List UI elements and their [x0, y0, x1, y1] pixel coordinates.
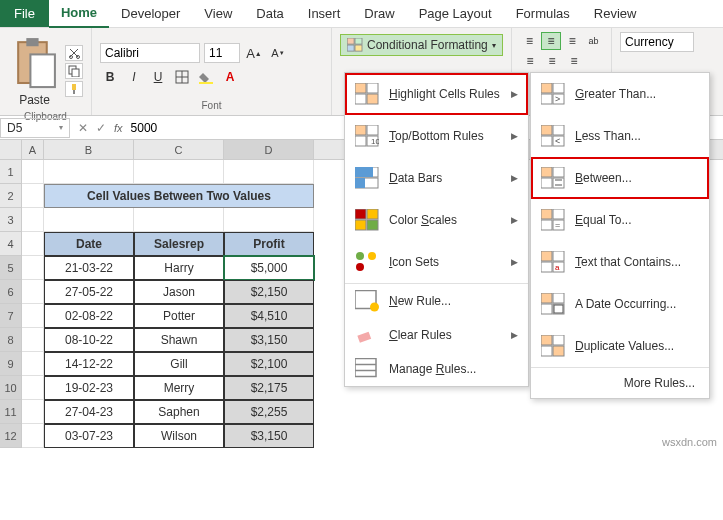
table-cell[interactable]: 14-12-22	[44, 352, 134, 376]
menu-highlight-cells-rules[interactable]: Highlight Cells Rules ▶	[345, 73, 528, 115]
row-header[interactable]: 12	[0, 424, 22, 448]
wrap-text-button[interactable]: ab	[584, 32, 603, 50]
align-center-button[interactable]: ≡	[542, 52, 562, 70]
table-cell[interactable]: 27-04-23	[44, 400, 134, 424]
select-all-corner[interactable]	[0, 140, 22, 159]
format-painter-button[interactable]	[65, 81, 83, 97]
table-cell[interactable]: $3,150	[224, 328, 314, 352]
copy-button[interactable]	[65, 63, 83, 79]
underline-button[interactable]: U	[148, 67, 168, 87]
cancel-icon[interactable]: ✕	[78, 121, 88, 135]
row-header[interactable]: 10	[0, 376, 22, 400]
align-bottom-button[interactable]: ≡	[563, 32, 582, 50]
tab-data[interactable]: Data	[244, 0, 295, 27]
col-header-d[interactable]: D	[224, 140, 314, 159]
cell[interactable]	[22, 328, 44, 352]
cell[interactable]	[22, 184, 44, 208]
number-format-select[interactable]	[620, 32, 694, 52]
table-cell[interactable]: Harry	[134, 256, 224, 280]
row-header[interactable]: 6	[0, 280, 22, 304]
cell[interactable]	[44, 160, 134, 184]
menu-data-bars[interactable]: Data Bars ▶	[345, 157, 528, 199]
cell[interactable]	[134, 208, 224, 232]
table-cell[interactable]: $5,000	[224, 256, 314, 280]
table-cell[interactable]: Gill	[134, 352, 224, 376]
menu-between[interactable]: Between...	[531, 157, 709, 199]
tab-draw[interactable]: Draw	[352, 0, 406, 27]
table-cell[interactable]: $4,510	[224, 304, 314, 328]
conditional-formatting-button[interactable]: Conditional Formatting ▾	[340, 34, 503, 56]
align-left-button[interactable]: ≡	[520, 52, 540, 70]
font-color-button[interactable]: A	[220, 67, 240, 87]
align-top-button[interactable]: ≡	[520, 32, 539, 50]
row-header[interactable]: 7	[0, 304, 22, 328]
paste-button[interactable]: Paste	[8, 32, 61, 109]
table-cell[interactable]: $2,150	[224, 280, 314, 304]
cell[interactable]	[22, 160, 44, 184]
menu-greater-than[interactable]: > Greater Than...	[531, 73, 709, 115]
table-cell[interactable]: $2,100	[224, 352, 314, 376]
table-cell[interactable]: $2,175	[224, 376, 314, 400]
fx-button[interactable]: fx	[114, 122, 123, 134]
cell[interactable]	[22, 256, 44, 280]
table-cell[interactable]: 27-05-22	[44, 280, 134, 304]
cell[interactable]	[224, 208, 314, 232]
table-cell[interactable]: Merry	[134, 376, 224, 400]
row-header[interactable]: 2	[0, 184, 22, 208]
tab-file[interactable]: File	[0, 0, 49, 27]
decrease-font-button[interactable]: A▼	[268, 43, 288, 63]
table-header[interactable]: Date	[44, 232, 134, 256]
tab-home[interactable]: Home	[49, 0, 109, 28]
table-cell[interactable]: Wilson	[134, 424, 224, 448]
align-right-button[interactable]: ≡	[564, 52, 584, 70]
row-header[interactable]: 4	[0, 232, 22, 256]
font-size-select[interactable]	[204, 43, 240, 63]
table-cell[interactable]: 08-10-22	[44, 328, 134, 352]
italic-button[interactable]: I	[124, 67, 144, 87]
cell[interactable]	[22, 352, 44, 376]
menu-manage-rules[interactable]: Manage Rules...	[345, 352, 528, 386]
row-header[interactable]: 8	[0, 328, 22, 352]
formula-input[interactable]	[131, 121, 281, 135]
table-cell[interactable]: Saphen	[134, 400, 224, 424]
table-cell[interactable]: $2,255	[224, 400, 314, 424]
row-header[interactable]: 11	[0, 400, 22, 424]
table-cell[interactable]: 02-08-22	[44, 304, 134, 328]
cell[interactable]	[22, 400, 44, 424]
menu-color-scales[interactable]: Color Scales ▶	[345, 199, 528, 241]
col-header-c[interactable]: C	[134, 140, 224, 159]
row-header[interactable]: 9	[0, 352, 22, 376]
cell[interactable]	[22, 280, 44, 304]
col-header-a[interactable]: A	[22, 140, 44, 159]
col-header-b[interactable]: B	[44, 140, 134, 159]
name-box[interactable]: D5 ▾	[0, 118, 70, 138]
align-middle-button[interactable]: ≡	[541, 32, 560, 50]
tab-page-layout[interactable]: Page Layout	[407, 0, 504, 27]
menu-more-rules[interactable]: More Rules...	[531, 367, 709, 398]
menu-new-rule[interactable]: New Rule...	[345, 283, 528, 318]
tab-view[interactable]: View	[192, 0, 244, 27]
table-header[interactable]: Profit	[224, 232, 314, 256]
table-cell[interactable]: 03-07-23	[44, 424, 134, 448]
menu-text-contains[interactable]: a Text that Contains...	[531, 241, 709, 283]
table-cell[interactable]: 21-03-22	[44, 256, 134, 280]
cell[interactable]	[44, 208, 134, 232]
row-header[interactable]: 3	[0, 208, 22, 232]
font-name-select[interactable]	[100, 43, 200, 63]
border-button[interactable]	[172, 67, 192, 87]
menu-duplicate-values[interactable]: Duplicate Values...	[531, 325, 709, 367]
row-header[interactable]: 1	[0, 160, 22, 184]
tab-insert[interactable]: Insert	[296, 0, 353, 27]
cell[interactable]	[22, 232, 44, 256]
cell[interactable]	[134, 160, 224, 184]
menu-clear-rules[interactable]: Clear Rules ▶	[345, 318, 528, 352]
table-cell[interactable]: Potter	[134, 304, 224, 328]
menu-equal-to[interactable]: = Equal To...	[531, 199, 709, 241]
menu-date-occurring[interactable]: A Date Occurring...	[531, 283, 709, 325]
enter-icon[interactable]: ✓	[96, 121, 106, 135]
title-cell[interactable]: Cell Values Between Two Values	[44, 184, 314, 208]
table-cell[interactable]: Jason	[134, 280, 224, 304]
cell[interactable]	[22, 424, 44, 448]
menu-top-bottom-rules[interactable]: 10 Top/Bottom Rules ▶	[345, 115, 528, 157]
row-header[interactable]: 5	[0, 256, 22, 280]
